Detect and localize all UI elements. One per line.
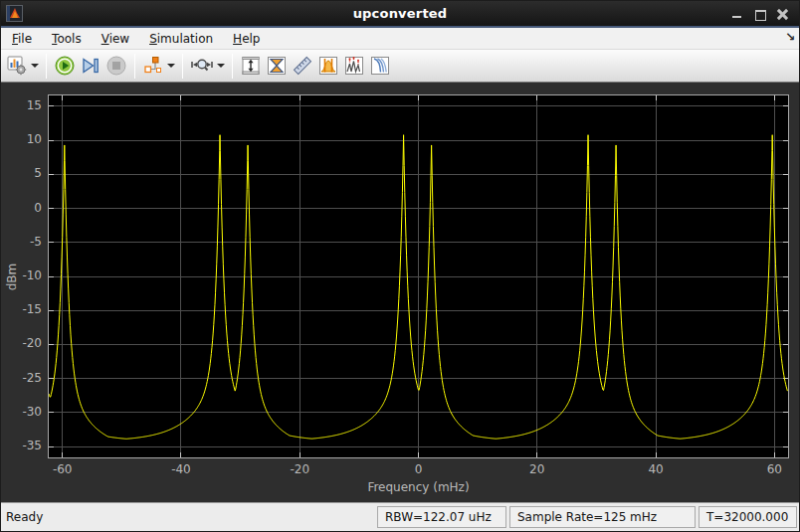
peak-finder-button[interactable] bbox=[341, 53, 367, 80]
menu-item-simulation[interactable]: Simulation bbox=[139, 29, 223, 49]
cursor-measurements-button[interactable] bbox=[290, 53, 315, 80]
x-tick-label: -60 bbox=[41, 462, 85, 476]
y-tick-label: -20 bbox=[1, 336, 42, 350]
sample-rate-readout: Sample Rate=125 mHz bbox=[509, 506, 696, 528]
window-title: upconverted bbox=[1, 6, 799, 21]
status-bar: Ready RBW=122.07 uHz Sample Rate=125 mHz… bbox=[1, 502, 799, 531]
menu-item-view[interactable]: View bbox=[92, 29, 139, 49]
channel-measurements-icon bbox=[317, 55, 339, 77]
x-tick-label: -40 bbox=[159, 462, 203, 476]
zoom-button[interactable] bbox=[188, 53, 227, 80]
figure-area: dBm 151050-5-10-15-20-25-30-35 -60-40-20… bbox=[1, 83, 799, 502]
menu-item-help[interactable]: Help bbox=[223, 29, 270, 49]
toolbar-separator bbox=[46, 54, 47, 79]
autoscale-y-button[interactable] bbox=[238, 53, 264, 80]
x-axis-label: Frequency (mHz) bbox=[48, 480, 789, 494]
stop-button bbox=[103, 53, 129, 80]
channel-measurements-button[interactable] bbox=[315, 53, 341, 80]
y-tick-label: 0 bbox=[1, 201, 42, 215]
step-forward-icon bbox=[80, 55, 101, 77]
dock-icon[interactable]: ↘ bbox=[785, 30, 795, 44]
y-tick-label: -35 bbox=[1, 439, 42, 452]
menu-item-file[interactable]: File bbox=[2, 29, 42, 49]
title-bar: upconverted bbox=[1, 1, 799, 28]
signal-selector-button[interactable] bbox=[140, 53, 177, 80]
stop-icon bbox=[105, 55, 127, 77]
chevron-down-icon[interactable] bbox=[167, 64, 175, 68]
y-tick-label: -10 bbox=[1, 268, 42, 282]
zoom-x-icon bbox=[190, 55, 214, 77]
x-tick-label: -20 bbox=[278, 462, 321, 476]
chevron-down-icon[interactable] bbox=[217, 64, 225, 68]
chevron-down-icon[interactable] bbox=[31, 64, 39, 68]
toolbar-separator bbox=[232, 54, 233, 79]
signal-selector-icon bbox=[142, 55, 164, 77]
toolbar bbox=[1, 50, 799, 83]
toolbar-separator bbox=[182, 54, 183, 79]
spectrum-settings-button[interactable] bbox=[4, 53, 41, 80]
peak-finder-icon bbox=[343, 55, 365, 77]
run-icon bbox=[54, 55, 76, 77]
spectral-mask-icon bbox=[369, 55, 391, 77]
menu-bar: FileToolsViewSimulationHelp↘ bbox=[1, 28, 799, 50]
close-icon[interactable] bbox=[777, 8, 789, 20]
rbw-readout: RBW=122.07 uHz bbox=[377, 506, 506, 528]
window-settings-button[interactable] bbox=[264, 53, 290, 80]
x-tick-label: 0 bbox=[397, 462, 441, 476]
y-tick-label: 15 bbox=[1, 98, 42, 112]
time-readout: T=32000.000 bbox=[699, 506, 797, 528]
toolbar-separator bbox=[134, 54, 135, 79]
y-tick-label: -15 bbox=[1, 302, 42, 316]
spectrum-analyzer-window: upconverted FileToolsViewSimulationHelp↘ bbox=[0, 0, 800, 532]
window-controls bbox=[731, 8, 799, 20]
y-tick-label: -30 bbox=[1, 405, 42, 419]
minimize-icon[interactable] bbox=[731, 8, 743, 20]
y-tick-label: -5 bbox=[1, 235, 42, 249]
y-tick-label: -25 bbox=[1, 371, 42, 385]
y-tick-label: 10 bbox=[1, 132, 42, 146]
x-tick-label: 40 bbox=[634, 462, 678, 476]
spectral-mask-button[interactable] bbox=[367, 53, 393, 80]
ruler-icon bbox=[292, 55, 313, 77]
menu-item-tools[interactable]: Tools bbox=[42, 29, 92, 49]
x-tick-label: 20 bbox=[515, 462, 559, 476]
x-tick-label: 60 bbox=[752, 462, 796, 476]
maximize-icon[interactable] bbox=[754, 8, 766, 20]
status-message: Ready bbox=[3, 510, 43, 524]
spectrum-plot[interactable] bbox=[48, 94, 789, 458]
step-forward-button[interactable] bbox=[78, 53, 103, 80]
status-panels: RBW=122.07 uHz Sample Rate=125 mHz T=320… bbox=[377, 506, 797, 528]
window-hourglass-icon bbox=[266, 55, 288, 77]
run-button[interactable] bbox=[52, 53, 78, 80]
autoscale-y-icon bbox=[240, 55, 262, 77]
y-tick-label: 5 bbox=[1, 166, 42, 180]
spectrum-settings-icon bbox=[6, 55, 28, 77]
spectrum-plot-canvas bbox=[49, 95, 788, 457]
